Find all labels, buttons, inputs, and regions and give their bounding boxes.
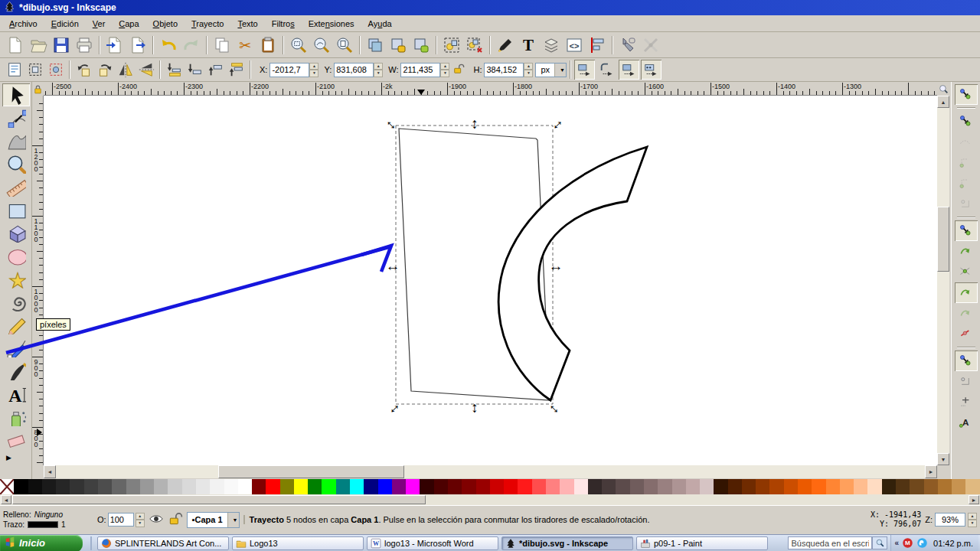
snap-smooth-nodes-button[interactable]: [955, 303, 978, 324]
palette-swatch[interactable]: [70, 479, 83, 494]
palette-swatch[interactable]: [867, 479, 881, 494]
snap-object-centers-button[interactable]: [955, 371, 978, 392]
palette-swatch[interactable]: [882, 479, 896, 494]
layer-visibility-toggle[interactable]: [149, 511, 164, 528]
palette-scrollbar[interactable]: ◄ ►: [0, 494, 980, 505]
palette-swatch[interactable]: [420, 479, 433, 494]
w-field[interactable]: [400, 63, 440, 77]
snap-midpoints-button[interactable]: [955, 324, 978, 344]
snap-bbox-corners-button[interactable]: [955, 152, 978, 173]
lower-button[interactable]: [185, 60, 205, 80]
task-paint[interactable]: p09-1 - Paint: [636, 536, 768, 550]
group-button[interactable]: [440, 34, 463, 57]
horizontal-ruler[interactable]: -2500-2400-2300-2200-2100-2k-1900-1800-1…: [44, 83, 937, 96]
palette-scroll-right-button[interactable]: ►: [969, 495, 979, 504]
snap-rotation-center-button[interactable]: [955, 392, 978, 412]
palette-swatch[interactable]: [126, 479, 140, 494]
palette-swatch[interactable]: [854, 479, 867, 494]
palette-swatch[interactable]: [952, 479, 965, 494]
palette-swatch-none[interactable]: [0, 479, 14, 494]
tweak-tool[interactable]: [2, 129, 30, 152]
menu-capa[interactable]: Capa: [112, 17, 145, 31]
guides-lock-toggle[interactable]: [32, 83, 44, 96]
import-button[interactable]: [103, 34, 126, 57]
h-field-spinner[interactable]: ▲▼: [524, 63, 533, 77]
palette-swatch[interactable]: [238, 479, 252, 494]
palette-swatch[interactable]: [910, 479, 923, 494]
ellipse-tool[interactable]: [2, 244, 30, 267]
horizontal-scroll-thumb[interactable]: [218, 465, 404, 478]
palette-swatch[interactable]: [168, 479, 181, 494]
menu-archivo[interactable]: Archivo: [2, 17, 44, 31]
palette-swatch[interactable]: [224, 479, 238, 494]
open-button[interactable]: [27, 34, 50, 57]
redo-button[interactable]: [180, 34, 203, 57]
cut-button[interactable]: ✂: [234, 34, 256, 57]
palette-swatch[interactable]: [532, 479, 546, 494]
snap-others-button[interactable]: [955, 350, 978, 371]
desktop-search-input[interactable]: [788, 536, 872, 549]
palette-swatch[interactable]: [769, 479, 783, 494]
palette-swatch[interactable]: [728, 479, 742, 494]
palette-swatch[interactable]: [630, 479, 644, 494]
crescent-path[interactable]: [498, 147, 647, 400]
w-field-spinner[interactable]: ▲▼: [440, 63, 449, 77]
menu-ver[interactable]: Ver: [86, 17, 113, 31]
palette-swatch[interactable]: [56, 479, 70, 494]
affect-gradients-button[interactable]: [619, 60, 639, 80]
scale-handle-top-right[interactable]: ↔: [545, 112, 567, 134]
palette-swatch[interactable]: [756, 479, 769, 494]
affect-corners-button[interactable]: [596, 60, 617, 80]
palette-swatch[interactable]: [644, 479, 658, 494]
palette-swatch[interactable]: [140, 479, 154, 494]
palette-swatch[interactable]: [812, 479, 825, 494]
snap-nodes-button[interactable]: [955, 220, 978, 241]
palette-swatch[interactable]: [322, 479, 335, 494]
palette-swatch[interactable]: [826, 479, 840, 494]
duplicate-button[interactable]: [364, 34, 387, 57]
h-field[interactable]: [484, 63, 524, 77]
palette-swatch[interactable]: [350, 479, 364, 494]
palette-scroll-thumb[interactable]: [12, 495, 426, 504]
unlink-clone-button[interactable]: [410, 34, 433, 57]
palette-swatch[interactable]: [84, 479, 98, 494]
snap-cusp-nodes-button[interactable]: [955, 282, 978, 303]
spiral-tool[interactable]: [2, 290, 30, 313]
box3d-tool[interactable]: [2, 221, 30, 244]
scroll-down-button[interactable]: ▼: [937, 453, 949, 465]
palette-scroll-left-button[interactable]: ◄: [1, 495, 11, 504]
y-field-spinner[interactable]: ▲▼: [374, 63, 383, 77]
palette-swatch[interactable]: [98, 479, 112, 494]
snap-path-intersections-button[interactable]: [955, 262, 978, 282]
layer-lock-toggle[interactable]: [168, 511, 183, 528]
xml-editor-button[interactable]: <>: [563, 34, 586, 57]
select-all-button[interactable]: [4, 60, 24, 80]
palette-swatch[interactable]: [266, 479, 279, 494]
palette-swatch[interactable]: [574, 479, 588, 494]
palette-swatch[interactable]: [742, 479, 756, 494]
star-tool[interactable]: ★: [2, 267, 30, 290]
taskbar-clock[interactable]: 01:42 p.m.: [931, 539, 975, 548]
vertical-ruler[interactable]: 120011001000900800: [32, 96, 44, 465]
scale-handle-left[interactable]: ↔: [386, 258, 400, 274]
palette-swatch[interactable]: [448, 479, 462, 494]
palette-swatch[interactable]: [364, 479, 377, 494]
rotate-ccw-button[interactable]: [74, 60, 94, 80]
snap-bbox-edge-midpoints-button[interactable]: [955, 173, 978, 194]
scale-handle-top[interactable]: ↕: [471, 116, 479, 132]
ungroup-button[interactable]: [463, 34, 486, 57]
task-folder-logo13[interactable]: Logo13: [232, 536, 364, 550]
palette-swatch[interactable]: [714, 479, 727, 494]
new-button[interactable]: [4, 34, 27, 57]
measure-tool[interactable]: [2, 175, 30, 198]
palette-swatch[interactable]: [938, 479, 952, 494]
flip-vertical-button[interactable]: [136, 60, 156, 80]
palette-swatch[interactable]: [686, 479, 700, 494]
palette-swatch[interactable]: [210, 479, 224, 494]
flip-horizontal-button[interactable]: [115, 60, 136, 80]
palette-swatch[interactable]: [518, 479, 531, 494]
select-all-layers-button[interactable]: [24, 60, 45, 80]
palette-swatch[interactable]: [336, 479, 350, 494]
node-tool[interactable]: [2, 106, 30, 129]
palette-swatch[interactable]: [560, 479, 573, 494]
